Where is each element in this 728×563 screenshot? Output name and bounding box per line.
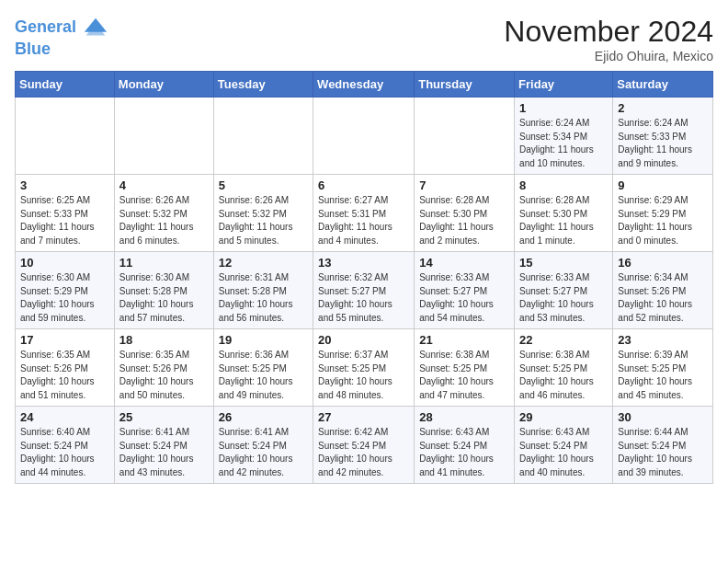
weekday-header-sunday: Sunday [16,72,115,98]
logo-blue: Blue [15,40,108,59]
day-number: 22 [519,333,608,347]
day-number: 1 [519,101,608,115]
day-cell: 3Sunrise: 6:25 AMSunset: 5:33 PMDaylight… [16,175,115,252]
day-info: Sunrise: 6:43 AMSunset: 5:24 PMDaylight:… [419,426,509,479]
day-cell: 10Sunrise: 6:30 AMSunset: 5:29 PMDayligh… [16,252,115,329]
day-cell: 4Sunrise: 6:26 AMSunset: 5:32 PMDaylight… [114,175,213,252]
day-info: Sunrise: 6:25 AMSunset: 5:33 PMDaylight:… [20,194,109,247]
day-cell: 27Sunrise: 6:42 AMSunset: 5:24 PMDayligh… [313,407,415,484]
day-number: 29 [519,410,608,424]
day-number: 28 [419,410,509,424]
day-number: 13 [318,256,409,270]
day-info: Sunrise: 6:26 AMSunset: 5:32 PMDaylight:… [119,194,209,247]
day-cell: 21Sunrise: 6:38 AMSunset: 5:25 PMDayligh… [415,329,515,407]
day-info: Sunrise: 6:35 AMSunset: 5:26 PMDaylight:… [119,349,209,402]
weekday-header-monday: Monday [114,72,213,98]
location: Ejido Ohuira, Mexico [504,49,713,63]
day-number: 4 [119,178,209,192]
day-cell: 9Sunrise: 6:29 AMSunset: 5:29 PMDaylight… [613,175,713,252]
week-row-2: 3Sunrise: 6:25 AMSunset: 5:33 PMDaylight… [16,175,713,252]
day-cell: 14Sunrise: 6:33 AMSunset: 5:27 PMDayligh… [415,252,515,329]
day-cell: 8Sunrise: 6:28 AMSunset: 5:30 PMDaylight… [515,175,613,252]
day-cell: 5Sunrise: 6:26 AMSunset: 5:32 PMDaylight… [213,175,313,252]
day-info: Sunrise: 6:43 AMSunset: 5:24 PMDaylight:… [519,426,608,479]
day-info: Sunrise: 6:41 AMSunset: 5:24 PMDaylight:… [219,426,308,479]
day-info: Sunrise: 6:35 AMSunset: 5:26 PMDaylight:… [20,349,109,402]
day-info: Sunrise: 6:32 AMSunset: 5:27 PMDaylight:… [318,271,409,325]
day-info: Sunrise: 6:41 AMSunset: 5:24 PMDaylight:… [119,426,209,479]
day-number: 12 [219,256,308,270]
day-number: 27 [318,410,409,424]
day-number: 11 [119,256,209,270]
day-cell: 12Sunrise: 6:31 AMSunset: 5:28 PMDayligh… [213,252,313,329]
week-row-4: 17Sunrise: 6:35 AMSunset: 5:26 PMDayligh… [16,329,713,407]
week-row-5: 24Sunrise: 6:40 AMSunset: 5:24 PMDayligh… [16,407,713,484]
day-cell: 24Sunrise: 6:40 AMSunset: 5:24 PMDayligh… [16,407,115,484]
day-info: Sunrise: 6:28 AMSunset: 5:30 PMDaylight:… [419,194,509,247]
day-cell [114,98,213,175]
day-info: Sunrise: 6:28 AMSunset: 5:30 PMDaylight:… [519,194,608,247]
day-info: Sunrise: 6:24 AMSunset: 5:33 PMDaylight:… [618,117,708,170]
day-info: Sunrise: 6:34 AMSunset: 5:26 PMDaylight:… [618,271,708,325]
day-info: Sunrise: 6:33 AMSunset: 5:27 PMDaylight:… [419,271,509,325]
weekday-header-row: SundayMondayTuesdayWednesdayThursdayFrid… [16,72,713,98]
day-number: 14 [419,256,509,270]
day-info: Sunrise: 6:31 AMSunset: 5:28 PMDaylight:… [219,271,308,325]
day-number: 23 [618,333,708,347]
week-row-1: 1Sunrise: 6:24 AMSunset: 5:34 PMDaylight… [16,98,713,175]
day-info: Sunrise: 6:40 AMSunset: 5:24 PMDaylight:… [20,426,109,479]
day-cell: 22Sunrise: 6:38 AMSunset: 5:25 PMDayligh… [515,329,613,407]
day-info: Sunrise: 6:26 AMSunset: 5:32 PMDaylight:… [219,194,308,247]
day-cell: 29Sunrise: 6:43 AMSunset: 5:24 PMDayligh… [515,407,613,484]
day-info: Sunrise: 6:38 AMSunset: 5:25 PMDaylight:… [419,349,509,402]
day-number: 17 [20,333,109,347]
day-number: 6 [318,178,409,192]
day-info: Sunrise: 6:33 AMSunset: 5:27 PMDaylight:… [519,271,608,325]
day-cell: 19Sunrise: 6:36 AMSunset: 5:25 PMDayligh… [213,329,313,407]
day-cell [16,98,115,175]
logo-text: General [15,15,108,40]
day-number: 10 [20,256,109,270]
day-number: 16 [618,256,708,270]
day-info: Sunrise: 6:42 AMSunset: 5:24 PMDaylight:… [318,426,409,479]
weekday-header-friday: Friday [515,72,613,98]
day-cell: 28Sunrise: 6:43 AMSunset: 5:24 PMDayligh… [415,407,515,484]
day-cell [415,98,515,175]
day-cell: 25Sunrise: 6:41 AMSunset: 5:24 PMDayligh… [114,407,213,484]
day-info: Sunrise: 6:44 AMSunset: 5:24 PMDaylight:… [618,426,708,479]
day-cell [313,98,415,175]
title-block: November 2024 Ejido Ohuira, Mexico [504,15,713,63]
day-number: 9 [618,178,708,192]
day-cell: 15Sunrise: 6:33 AMSunset: 5:27 PMDayligh… [515,252,613,329]
day-cell: 26Sunrise: 6:41 AMSunset: 5:24 PMDayligh… [213,407,313,484]
weekday-header-tuesday: Tuesday [213,72,313,98]
weekday-header-thursday: Thursday [415,72,515,98]
day-cell: 2Sunrise: 6:24 AMSunset: 5:33 PMDaylight… [613,98,713,175]
day-cell: 20Sunrise: 6:37 AMSunset: 5:25 PMDayligh… [313,329,415,407]
day-cell: 6Sunrise: 6:27 AMSunset: 5:31 PMDaylight… [313,175,415,252]
day-number: 24 [20,410,109,424]
day-cell: 18Sunrise: 6:35 AMSunset: 5:26 PMDayligh… [114,329,213,407]
page-header: General Blue November 2024 Ejido Ohuira,… [15,15,713,63]
day-cell [213,98,313,175]
calendar-table: SundayMondayTuesdayWednesdayThursdayFrid… [15,71,713,484]
day-number: 5 [219,178,308,192]
day-info: Sunrise: 6:30 AMSunset: 5:28 PMDaylight:… [119,271,209,325]
day-number: 7 [419,178,509,192]
day-number: 2 [618,101,708,115]
day-number: 18 [119,333,209,347]
day-info: Sunrise: 6:38 AMSunset: 5:25 PMDaylight:… [519,349,608,402]
day-number: 3 [20,178,109,192]
day-cell: 13Sunrise: 6:32 AMSunset: 5:27 PMDayligh… [313,252,415,329]
weekday-header-saturday: Saturday [613,72,713,98]
day-number: 26 [219,410,308,424]
day-cell: 16Sunrise: 6:34 AMSunset: 5:26 PMDayligh… [613,252,713,329]
day-cell: 11Sunrise: 6:30 AMSunset: 5:28 PMDayligh… [114,252,213,329]
day-number: 8 [519,178,608,192]
day-info: Sunrise: 6:39 AMSunset: 5:25 PMDaylight:… [618,349,708,402]
day-cell: 30Sunrise: 6:44 AMSunset: 5:24 PMDayligh… [613,407,713,484]
day-number: 15 [519,256,608,270]
day-cell: 7Sunrise: 6:28 AMSunset: 5:30 PMDaylight… [415,175,515,252]
day-info: Sunrise: 6:30 AMSunset: 5:29 PMDaylight:… [20,271,109,325]
day-number: 25 [119,410,209,424]
